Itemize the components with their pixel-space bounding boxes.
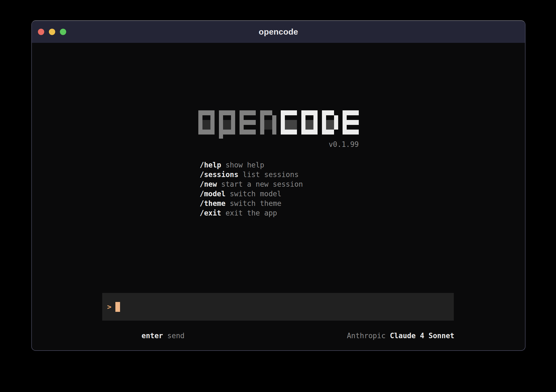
prompt-symbol: >: [107, 303, 112, 311]
command-description: switch model: [226, 190, 282, 198]
command-description: list sessions: [238, 170, 299, 179]
command-description: start a new session: [217, 180, 303, 188]
prompt-input[interactable]: >: [102, 293, 454, 321]
traffic-lights: [38, 29, 71, 35]
command-row: /sessions list sessions: [200, 170, 303, 180]
opencode-logo: v0.1.99: [198, 110, 359, 149]
opencode-logo-art: [198, 110, 359, 139]
status-bar: entersend AnthropicClaude 4 Sonnet: [107, 323, 454, 348]
model-indicator: AnthropicClaude 4 Sonnet: [312, 323, 454, 348]
command-description: switch theme: [226, 199, 282, 208]
text-cursor: [115, 302, 120, 312]
command-name: /sessions: [200, 170, 238, 179]
keybind-hint: entersend: [107, 323, 185, 348]
provider-label: Anthropic: [347, 332, 386, 340]
command-description: exit the app: [221, 209, 277, 217]
command-description: show help: [221, 161, 264, 169]
command-list: /help show help/sessions list sessions/n…: [200, 160, 303, 218]
maximize-button[interactable]: [60, 29, 66, 35]
window-title: opencode: [259, 27, 298, 37]
command-name: /theme: [200, 199, 226, 208]
close-button[interactable]: [38, 29, 44, 35]
command-row: /help show help: [200, 160, 303, 170]
model-label: Claude 4 Sonnet: [390, 332, 454, 340]
command-row: /exit exit the app: [200, 208, 303, 218]
command-row: /theme switch theme: [200, 199, 303, 208]
window-titlebar[interactable]: opencode: [32, 21, 525, 43]
version-label: v0.1.99: [198, 140, 359, 149]
command-name: /model: [200, 190, 226, 198]
terminal-content: v0.1.99 /help show help/sessions list se…: [32, 43, 525, 350]
command-row: /model switch model: [200, 189, 303, 199]
command-name: /help: [200, 161, 221, 169]
send-action-label: send: [167, 332, 185, 340]
command-row: /new start a new session: [200, 180, 303, 189]
opencode-window: opencode v0.1.99 /help show help/session…: [31, 20, 526, 351]
minimize-button[interactable]: [49, 29, 55, 35]
enter-key-label: enter: [141, 332, 163, 340]
command-name: /exit: [200, 209, 221, 217]
command-name: /new: [200, 180, 217, 188]
